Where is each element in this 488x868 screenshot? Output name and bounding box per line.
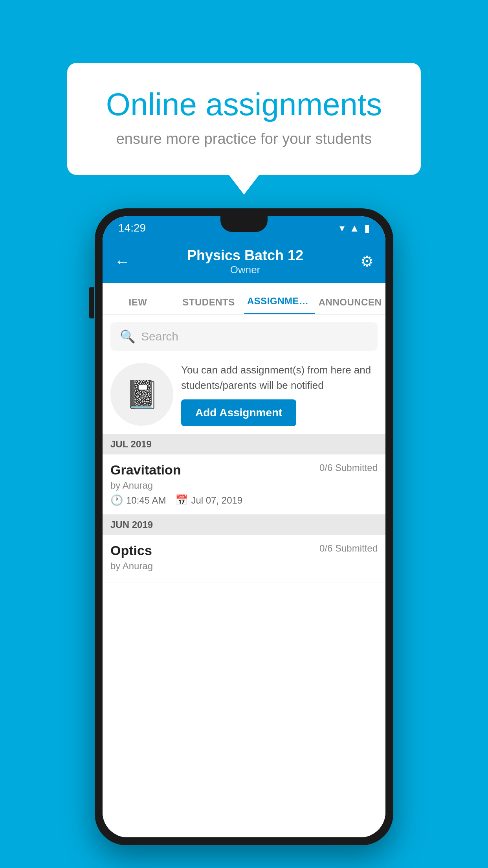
assignment-item-optics[interactable]: Optics 0/6 Submitted by Anurag bbox=[103, 535, 385, 583]
app-bar-title: Physics Batch 12 bbox=[187, 247, 303, 264]
assignment-name: Gravitation bbox=[110, 462, 181, 478]
app-bar-subtitle: Owner bbox=[187, 264, 303, 276]
promo-title: Online assignments bbox=[99, 86, 389, 123]
assignment-meta: 🕐 10:45 AM 📅 Jul 07, 2019 bbox=[110, 494, 378, 506]
tab-assignments[interactable]: ASSIGNMENTS bbox=[244, 296, 315, 314]
phone-outer: 14:29 ▾ ▲ ▮ ← Physics Batch 12 Owner ⚙ I… bbox=[95, 208, 393, 845]
assignment-item-gravitation[interactable]: Gravitation 0/6 Submitted by Anurag 🕐 10… bbox=[103, 454, 385, 515]
calendar-icon: 📅 bbox=[175, 494, 188, 506]
signal-icon: ▲ bbox=[349, 222, 360, 234]
notebook-icon: 📓 bbox=[125, 378, 159, 410]
add-assignment-button[interactable]: Add Assignment bbox=[181, 399, 296, 426]
assignment-top-row-optics: Optics 0/6 Submitted bbox=[110, 543, 378, 558]
assignment-date: 📅 Jul 07, 2019 bbox=[175, 494, 242, 506]
wifi-icon: ▾ bbox=[339, 222, 345, 234]
tabs-bar: IEW STUDENTS ASSIGNMENTS ANNOUNCEN bbox=[103, 283, 385, 314]
battery-icon: ▮ bbox=[364, 222, 370, 234]
assignment-name-optics: Optics bbox=[110, 543, 152, 558]
clock-icon: 🕐 bbox=[110, 494, 123, 506]
tab-announcements[interactable]: ANNOUNCEN bbox=[315, 297, 385, 314]
back-button[interactable]: ← bbox=[114, 253, 130, 270]
assignment-by-optics: by Anurag bbox=[110, 561, 378, 572]
promo-card: Online assignments ensure more practice … bbox=[67, 63, 421, 175]
settings-icon[interactable]: ⚙ bbox=[360, 253, 374, 270]
section-header-jun2019: JUN 2019 bbox=[103, 515, 385, 535]
assignment-submitted-optics: 0/6 Submitted bbox=[319, 543, 378, 554]
phone-screen: 14:29 ▾ ▲ ▮ ← Physics Batch 12 Owner ⚙ I… bbox=[103, 216, 385, 837]
status-time: 14:29 bbox=[118, 222, 146, 234]
assignment-time: 🕐 10:45 AM bbox=[110, 494, 166, 506]
tab-students[interactable]: STUDENTS bbox=[173, 297, 244, 314]
assignment-top-row: Gravitation 0/6 Submitted bbox=[110, 462, 378, 478]
promo-subtitle: ensure more practice for your students bbox=[99, 131, 389, 147]
phone-mockup: 14:29 ▾ ▲ ▮ ← Physics Batch 12 Owner ⚙ I… bbox=[95, 208, 393, 845]
phone-notch bbox=[220, 216, 268, 232]
search-bar[interactable]: 🔍 Search bbox=[110, 322, 378, 351]
app-bar-title-group: Physics Batch 12 Owner bbox=[187, 247, 303, 276]
info-banner: 📓 You can add assignment(s) from here an… bbox=[103, 355, 385, 434]
tab-iew[interactable]: IEW bbox=[103, 297, 173, 314]
search-icon: 🔍 bbox=[120, 329, 136, 344]
info-icon-circle: 📓 bbox=[110, 363, 173, 426]
section-header-jul2019: JUL 2019 bbox=[103, 434, 385, 454]
app-bar: ← Physics Batch 12 Owner ⚙ bbox=[103, 240, 385, 283]
assignment-submitted: 0/6 Submitted bbox=[319, 462, 378, 473]
info-text: You can add assignment(s) from here and … bbox=[181, 362, 378, 393]
info-right: You can add assignment(s) from here and … bbox=[181, 362, 378, 426]
search-placeholder: Search bbox=[141, 330, 178, 343]
content-area: 🔍 Search 📓 You can add assignment(s) fro… bbox=[103, 314, 385, 837]
assignment-by: by Anurag bbox=[110, 480, 378, 491]
status-icons: ▾ ▲ ▮ bbox=[339, 222, 370, 234]
